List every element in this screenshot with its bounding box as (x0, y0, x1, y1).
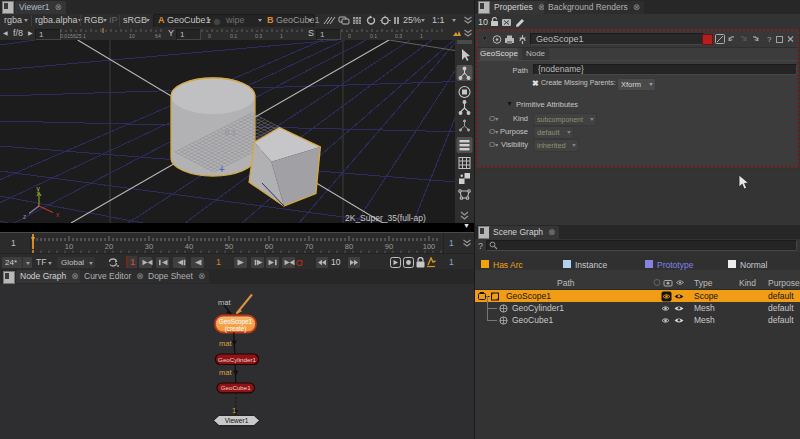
svg-text:0.3: 0.3 (395, 33, 402, 39)
svg-text:1: 1 (420, 33, 423, 39)
svg-text:mat: mat (219, 339, 232, 348)
svg-text:50: 50 (225, 242, 233, 251)
svg-text:mat: mat (219, 368, 232, 377)
svg-text:64: 64 (155, 33, 161, 39)
svg-text:40: 40 (185, 242, 193, 251)
svg-text:0.1: 0.1 (225, 128, 237, 137)
svg-text:10: 10 (129, 33, 135, 39)
svg-text:0.1: 0.1 (230, 33, 237, 39)
svg-text:20: 20 (105, 242, 113, 251)
svg-text:0.015625 1: 0.015625 1 (60, 33, 86, 39)
svg-text:0.3: 0.3 (255, 33, 262, 39)
svg-text:y: y (37, 185, 41, 193)
svg-text:10: 10 (65, 242, 73, 251)
svg-text:0.1: 0.1 (370, 33, 377, 39)
svg-text:1: 1 (232, 406, 236, 415)
svg-text:Viewer1: Viewer1 (225, 417, 249, 424)
svg-text:?: ? (767, 35, 772, 44)
svg-text:0: 0 (348, 33, 351, 39)
svg-text:GeoCylinder1: GeoCylinder1 (218, 356, 256, 363)
svg-text:1: 1 (280, 33, 283, 39)
svg-text:30: 30 (145, 242, 153, 251)
svg-text:x: x (56, 211, 60, 218)
svg-text:2K_Super_35(full-ap): 2K_Super_35(full-ap) (345, 213, 426, 223)
svg-text:0: 0 (208, 33, 211, 39)
svg-text:70: 70 (305, 242, 313, 251)
svg-text:mat: mat (218, 298, 231, 307)
svg-text:z: z (23, 213, 26, 220)
svg-text:GeoCube1: GeoCube1 (221, 384, 251, 391)
svg-text:80: 80 (345, 242, 353, 251)
svg-text:(create): (create) (225, 325, 247, 333)
svg-text:100: 100 (423, 242, 436, 251)
svg-text:60: 60 (265, 242, 273, 251)
svg-text:90: 90 (385, 242, 393, 251)
